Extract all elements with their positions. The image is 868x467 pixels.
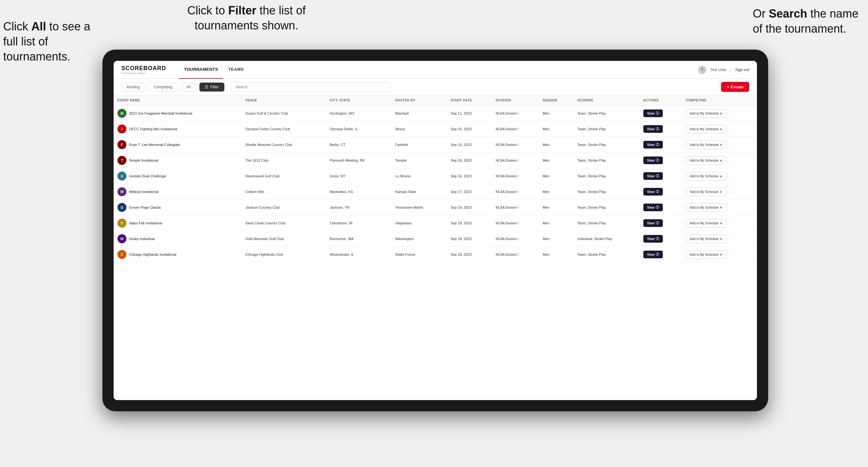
view-button[interactable]: View ⓘ [643,110,663,117]
cell-scoring: Team, Stroke Play [574,247,640,262]
cell-venue: Olympia Fields Country Club [241,121,326,137]
cell-actions: View ⓘ [640,184,682,200]
view-button[interactable]: View ⓘ [643,188,663,195]
view-button[interactable]: View ⓘ [643,251,663,258]
cell-actions: View ⓘ [640,168,682,184]
cell-start-date: Sep 16, 2023 [447,137,492,153]
cell-hosted-by: Temple [392,153,447,168]
cell-competing: Add to My Schedule + [682,105,757,121]
add-to-schedule-button[interactable]: Add to My Schedule + [686,235,726,243]
add-to-schedule-button[interactable]: Add to My Schedule + [686,156,726,165]
cell-event-name: I OFCC Fighting Illini Invitational [114,121,241,137]
add-to-schedule-button[interactable]: Add to My Schedule + [686,172,726,181]
cell-venue: Chicago Highlands Club [241,247,326,262]
nav-links: TOURNAMENTS TEAMS [179,61,698,79]
annotation-top-center: Click to Filter the list of tournaments … [166,3,327,33]
view-button[interactable]: View ⓘ [643,125,663,133]
tablet-device: SCOREBOARD Powered by clippd TOURNAMENTS… [102,50,768,411]
view-button[interactable]: View ⓘ [643,204,663,211]
cell-city-state: Huntington, WV [326,105,392,121]
cell-hosted-by: Le Moyne [392,168,447,184]
cell-gender: Men [539,200,574,215]
cell-gender: Men [539,137,574,153]
tab-hosting[interactable]: Hosting [121,83,145,92]
view-button[interactable]: View ⓘ [643,157,663,164]
event-cell: W Husky Individual [118,234,238,243]
cell-division: NCAA Division I [492,137,539,153]
cell-scoring: Team, Stroke Play [574,184,640,200]
view-button[interactable]: View ⓘ [643,172,663,180]
nav-teams[interactable]: TEAMS [223,61,249,79]
cell-hosted-by: Valparaiso [392,215,447,231]
tab-competing[interactable]: Competing [149,83,178,92]
cell-actions: View ⓘ [640,215,682,231]
view-button[interactable]: View ⓘ [643,219,663,227]
add-to-schedule-button[interactable]: Add to My Schedule + [686,203,726,212]
event-name: Husky Individual [129,237,155,241]
add-to-schedule-button[interactable]: Add to My Schedule + [686,109,726,118]
cell-city-state: Olympia Fields, IL [326,121,392,137]
add-to-schedule-button[interactable]: Add to My Schedule + [686,250,726,259]
cell-event-name: C Chicago Highlands Invitational [114,247,241,262]
event-cell: C Chicago Highlands Invitational [118,250,238,259]
cell-hosted-by: Illinois [392,121,447,137]
cell-city-state: Chesterton, IN [326,215,392,231]
info-icon: ⓘ [656,127,659,131]
cell-start-date: Sep 18, 2023 [447,215,492,231]
tab-all[interactable]: All [181,83,196,92]
col-hosted-by: HOSTED BY [392,95,447,105]
cell-event-name: W Husky Individual [114,231,241,247]
cell-competing: Add to My Schedule + [682,184,757,200]
col-division: DIVISION [492,95,539,105]
create-button[interactable]: + Create [721,82,749,92]
plus-icon: + [720,143,722,147]
toolbar: Hosting Competing All ☰ Filter + Create [114,79,757,95]
team-logo: F [118,140,126,149]
cell-hosted-by: Tennessee-Martin [392,200,447,215]
cell-start-date: Sep 16, 2023 [447,168,492,184]
nav-tournaments[interactable]: TOURNAMENTS [179,61,223,79]
event-cell: W Wildcat Invitational [118,187,238,196]
event-name: Valpo Fall Invitational [129,221,162,225]
team-logo: W [118,234,126,243]
info-icon: ⓘ [656,111,659,116]
cell-division: NCAA Division I [492,153,539,168]
info-icon: ⓘ [656,143,659,147]
event-name: Grover Page Classic [129,206,161,209]
col-start-date: START DATE [447,95,492,105]
cell-city-state: Bremerton, WA [326,231,392,247]
cell-scoring: Team, Stroke Play [574,168,640,184]
cell-venue: Ravenwood Golf Club [241,168,326,184]
add-to-schedule-button[interactable]: Add to My Schedule + [686,125,726,133]
sign-out-link[interactable]: Sign out [735,67,749,72]
cell-actions: View ⓘ [640,137,682,153]
view-button[interactable]: View ⓘ [643,235,663,243]
info-icon: ⓘ [656,221,659,225]
navbar: SCOREBOARD Powered by clippd TOURNAMENTS… [114,61,757,79]
logo-sub: Powered by clippd [121,72,166,74]
add-to-schedule-button[interactable]: Add to My Schedule + [686,141,726,149]
cell-actions: View ⓘ [640,105,682,121]
filter-button[interactable]: ☰ Filter [199,83,224,92]
add-to-schedule-button[interactable]: Add to My Schedule + [686,219,726,227]
cell-event-name: W Wildcat Invitational [114,184,241,200]
cell-division: NCAA Division I [492,247,539,262]
cell-scoring: Individual, Stroke Play [574,231,640,247]
cell-city-state: Jackson, TN [326,200,392,215]
team-logo: C [118,250,126,259]
search-input[interactable] [231,83,391,92]
table-container: EVENT NAME VENUE CITY, STATE HOSTED BY S… [114,95,757,400]
add-to-schedule-button[interactable]: Add to My Schedule + [686,188,726,196]
cell-venue: Jackson Country Club [241,200,326,215]
cell-competing: Add to My Schedule + [682,168,757,184]
cell-division: NCAA Division I [492,200,539,215]
tournaments-table: EVENT NAME VENUE CITY, STATE HOSTED BY S… [114,95,757,262]
nav-right: T Test User | Sign out [698,66,749,74]
view-button[interactable]: View ⓘ [643,141,663,149]
cell-city-state: Berlin, CT [326,137,392,153]
cell-hosted-by: Marshall [392,105,447,121]
cell-city-state: Victor, NY [326,168,392,184]
event-name: Temple Invitational [129,158,158,162]
search-box [231,83,391,92]
logo-area: SCOREBOARD Powered by clippd [121,65,166,74]
